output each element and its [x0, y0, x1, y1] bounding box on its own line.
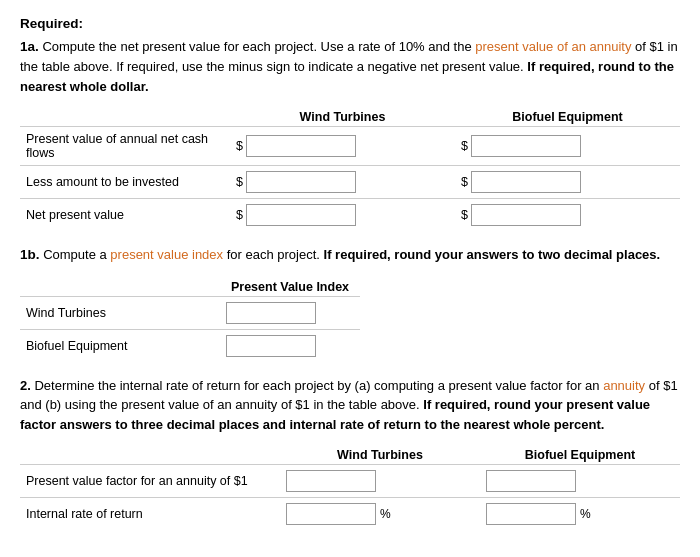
part1a-description: 1a. Compute the net present value for ea… [20, 37, 680, 96]
part2-header-row: Wind Turbines Biofuel Equipment [20, 444, 680, 465]
part1a-row2-col2-cell: $ [455, 166, 680, 199]
part1a-col0-header [20, 106, 230, 127]
part1a-row1-col2-cell: $ [455, 127, 680, 166]
part1b-text2: for each project. [227, 247, 324, 262]
part2-row1-col1-cell [280, 465, 480, 498]
part1b-col1-header: Present Value Index [220, 276, 360, 297]
part2-col1-header: Wind Turbines [280, 444, 480, 465]
part1a-row1-col2-input[interactable] [471, 135, 581, 157]
part2-row1-label: Present value factor for an annuity of $… [20, 465, 280, 498]
table-row: Present value of annual net cash flows $… [20, 127, 680, 166]
pct-suffix-2: % [580, 507, 591, 521]
part2-row2-col2-wrapper: % [486, 503, 674, 525]
part2-description: 2. Determine the internal rate of return… [20, 376, 680, 435]
part2-col0-header [20, 444, 280, 465]
part1b-col0-header [20, 276, 220, 297]
part2-text1: Determine the internal rate of return fo… [34, 378, 603, 393]
part1a-row2-col2-input[interactable] [471, 171, 581, 193]
part2-row2-col1-input[interactable] [286, 503, 376, 525]
part1a-row2-col1-input[interactable] [246, 171, 356, 193]
part2-row2-label: Internal rate of return [20, 498, 280, 531]
pct-suffix-1: % [380, 507, 391, 521]
part2-row2-col1-cell: % [280, 498, 480, 531]
part1a-row3-col2-cell: $ [455, 199, 680, 232]
table-row: Wind Turbines [20, 296, 360, 329]
part1b-highlight: present value index [110, 247, 223, 262]
required-label: Required: [20, 16, 680, 31]
part1b-row1-label: Wind Turbines [20, 296, 220, 329]
part1a-row1-col2-wrapper: $ [461, 135, 674, 157]
part1a-row2-col2-wrapper: $ [461, 171, 674, 193]
part1a-row1-col1-input[interactable] [246, 135, 356, 157]
part1b-header-row: Present Value Index [20, 276, 360, 297]
part1b-description: 1b. Compute a present value index for ea… [20, 245, 680, 265]
part2-row1-col2-input[interactable] [486, 470, 576, 492]
part1a-header-row: Wind Turbines Biofuel Equipment [20, 106, 680, 127]
part1b-row2-label: Biofuel Equipment [20, 329, 220, 362]
table-row: Less amount to be invested $ $ [20, 166, 680, 199]
part1b-row2-col1-cell [220, 329, 360, 362]
part1b-bold: If required, round your answers to two d… [324, 247, 661, 262]
part1a-row3-col1-cell: $ [230, 199, 455, 232]
part1b-text1: Compute a [43, 247, 110, 262]
part2-row2-col2-input[interactable] [486, 503, 576, 525]
required-text: Required: [20, 16, 83, 31]
table-row: Internal rate of return % % [20, 498, 680, 531]
table-row: Biofuel Equipment [20, 329, 360, 362]
table-row: Net present value $ $ [20, 199, 680, 232]
part1a-row2-col1-wrapper: $ [236, 171, 449, 193]
table-row: Present value factor for an annuity of $… [20, 465, 680, 498]
part1b-row2-input[interactable] [226, 335, 316, 357]
part2-table: Wind Turbines Biofuel Equipment Present … [20, 444, 680, 530]
part1a-text1: Compute the net present value for each p… [42, 39, 475, 54]
part1a-row3-col1-wrapper: $ [236, 204, 449, 226]
dollar-sign-6: $ [461, 208, 468, 222]
part1a-row1-col1-wrapper: $ [236, 135, 449, 157]
part1a-col1-header: Wind Turbines [230, 106, 455, 127]
part1b-row1-input[interactable] [226, 302, 316, 324]
part1a-row1-col1-cell: $ [230, 127, 455, 166]
dollar-sign-2: $ [461, 139, 468, 153]
dollar-sign-1: $ [236, 139, 243, 153]
part1a-row2-label: Less amount to be invested [20, 166, 230, 199]
part2-label: 2. [20, 378, 31, 393]
part2-row1-col1-input[interactable] [286, 470, 376, 492]
part1a-table: Wind Turbines Biofuel Equipment Present … [20, 106, 680, 231]
dollar-sign-5: $ [236, 208, 243, 222]
part1a-col2-header: Biofuel Equipment [455, 106, 680, 127]
dollar-sign-4: $ [461, 175, 468, 189]
part1a-row3-col1-input[interactable] [246, 204, 356, 226]
part1a-row3-label: Net present value [20, 199, 230, 232]
part1a-label: 1a. [20, 39, 39, 54]
part2-col2-header: Biofuel Equipment [480, 444, 680, 465]
part1a-row3-col2-wrapper: $ [461, 204, 674, 226]
part1b-label: 1b. [20, 247, 40, 262]
dollar-sign-3: $ [236, 175, 243, 189]
part2-row2-col2-cell: % [480, 498, 680, 531]
part1a-highlight: present value of an annuity [475, 39, 631, 54]
part1a-row3-col2-input[interactable] [471, 204, 581, 226]
part1a-row2-col1-cell: $ [230, 166, 455, 199]
part2-highlight: annuity [603, 378, 645, 393]
part2-row1-col2-cell [480, 465, 680, 498]
part1b-row1-col1-cell [220, 296, 360, 329]
part2-row2-col1-wrapper: % [286, 503, 474, 525]
part1b-table: Present Value Index Wind Turbines Biofue… [20, 276, 360, 362]
part1a-row1-label: Present value of annual net cash flows [20, 127, 230, 166]
